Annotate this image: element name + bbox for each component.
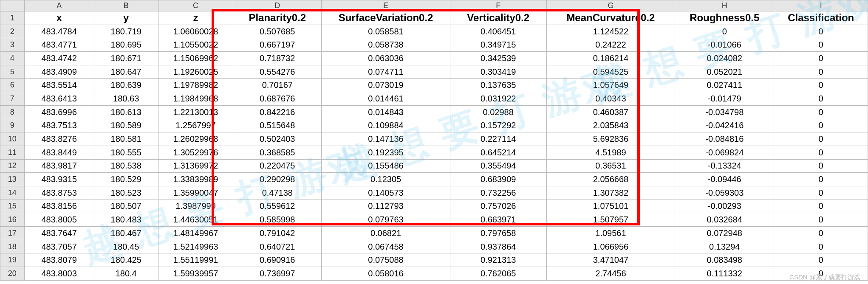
cell[interactable]: 0.736997 — [233, 267, 322, 281]
cell[interactable]: 1.19849968 — [158, 92, 233, 106]
cell[interactable]: 483.4771 — [24, 38, 94, 52]
cell[interactable]: 0.083498 — [675, 253, 774, 267]
row-header[interactable]: 4 — [0, 52, 25, 65]
cell[interactable]: 0.058581 — [322, 25, 450, 38]
cell[interactable]: 0 — [774, 132, 868, 146]
cell[interactable]: 483.4784 — [24, 25, 94, 38]
cell[interactable]: 483.9817 — [24, 159, 94, 173]
cell[interactable]: 0.515648 — [233, 119, 322, 132]
cell[interactable]: 180.4 — [94, 267, 158, 281]
cell[interactable]: 0.027411 — [675, 79, 774, 92]
cell[interactable]: 0 — [774, 146, 868, 159]
cell[interactable]: 1.507957 — [546, 213, 675, 227]
cell[interactable]: 1.06060028 — [158, 25, 233, 38]
cell[interactable]: 0.667197 — [233, 38, 322, 52]
row-header[interactable]: 3 — [0, 38, 25, 52]
col-header-E[interactable]: E — [322, 0, 450, 11]
cell[interactable]: 1.44630051 — [158, 213, 233, 227]
col-header-C[interactable]: C — [158, 0, 233, 11]
cell[interactable]: 0.757026 — [450, 200, 546, 213]
cell[interactable]: 3.471047 — [546, 253, 675, 267]
cell[interactable]: 483.8156 — [24, 200, 94, 213]
cell[interactable]: 1.55119991 — [158, 253, 233, 267]
cell[interactable]: 1.057649 — [546, 79, 675, 92]
cell[interactable]: 0.073019 — [322, 79, 450, 92]
cell[interactable]: 0.290298 — [233, 173, 322, 186]
cell[interactable]: Classification — [774, 11, 868, 25]
cell[interactable]: 0 — [774, 173, 868, 186]
cell[interactable]: 0.645214 — [450, 146, 546, 159]
cell[interactable]: 0.687676 — [233, 92, 322, 106]
cell[interactable]: 0.349715 — [450, 38, 546, 52]
cell[interactable]: 180.538 — [94, 159, 158, 173]
cell[interactable]: 483.7513 — [24, 119, 94, 132]
row-header[interactable]: 8 — [0, 105, 25, 119]
cell[interactable]: 0.507685 — [233, 25, 322, 38]
cell[interactable]: 483.6413 — [24, 92, 94, 106]
cell[interactable]: 0.70167 — [233, 79, 322, 92]
cell[interactable]: 180.647 — [94, 65, 158, 79]
cell[interactable]: 0.157292 — [450, 119, 546, 132]
cell[interactable]: 0.559612 — [233, 200, 322, 213]
row-header[interactable]: 7 — [0, 92, 25, 106]
cell[interactable]: 0.718732 — [233, 52, 322, 65]
cell[interactable]: 0.186214 — [546, 52, 675, 65]
cell[interactable]: 483.8003 — [24, 267, 94, 281]
cell[interactable]: 180.523 — [94, 186, 158, 200]
cell[interactable]: 0.40343 — [546, 92, 675, 106]
cell[interactable]: 0.220475 — [233, 159, 322, 173]
cell[interactable]: -0.01479 — [675, 92, 774, 106]
cell[interactable]: 483.9315 — [24, 173, 94, 186]
cell[interactable]: 5.692836 — [546, 132, 675, 146]
cell[interactable]: 1.35990047 — [158, 186, 233, 200]
cell[interactable]: 180.63 — [94, 92, 158, 106]
cell[interactable]: 0 — [774, 105, 868, 119]
cell[interactable]: 0.06821 — [322, 227, 450, 240]
row-header[interactable]: 17 — [0, 227, 25, 240]
cell[interactable]: 0.192395 — [322, 146, 450, 159]
cell[interactable]: 0 — [774, 159, 868, 173]
cell[interactable]: 0.058016 — [322, 267, 450, 281]
cell[interactable]: 1.52149963 — [158, 240, 233, 253]
cell[interactable]: 0 — [774, 227, 868, 240]
cell[interactable]: -0.084816 — [675, 132, 774, 146]
cell[interactable]: 0.140573 — [322, 186, 450, 200]
cell[interactable]: 180.671 — [94, 52, 158, 65]
cell[interactable]: 0 — [774, 200, 868, 213]
col-header-A[interactable]: A — [24, 0, 94, 11]
row-header[interactable]: 15 — [0, 200, 25, 213]
cell[interactable]: 483.7647 — [24, 227, 94, 240]
cell[interactable]: 1.10550022 — [158, 38, 233, 52]
cell[interactable]: 0.585998 — [233, 213, 322, 227]
select-all-corner[interactable] — [0, 0, 25, 11]
cell[interactable]: 0.12305 — [322, 173, 450, 186]
row-header[interactable]: 13 — [0, 173, 25, 186]
cell[interactable]: 180.529 — [94, 173, 158, 186]
cell[interactable]: 2.056668 — [546, 173, 675, 186]
cell[interactable]: -0.034798 — [675, 105, 774, 119]
cell[interactable]: 2.035843 — [546, 119, 675, 132]
cell[interactable]: Planarity0.2 — [233, 11, 322, 25]
cell[interactable]: x — [24, 11, 94, 25]
cell[interactable]: 0.147136 — [322, 132, 450, 146]
cell[interactable]: 0.067458 — [322, 240, 450, 253]
cell[interactable]: 0.47138 — [233, 186, 322, 200]
cell[interactable]: 2.74456 — [546, 267, 675, 281]
cell[interactable]: 0.109884 — [322, 119, 450, 132]
cell[interactable]: 483.7057 — [24, 240, 94, 253]
row-header[interactable]: 19 — [0, 253, 25, 267]
cell[interactable]: 483.6996 — [24, 105, 94, 119]
row-header[interactable]: 20 — [0, 267, 25, 281]
col-header-D[interactable]: D — [233, 0, 322, 11]
cell[interactable]: z — [158, 11, 233, 25]
cell[interactable]: -0.00293 — [675, 200, 774, 213]
cell[interactable]: 0.014461 — [322, 92, 450, 106]
cell[interactable]: 0.732256 — [450, 186, 546, 200]
cell[interactable]: 0 — [774, 92, 868, 106]
cell[interactable]: 0 — [774, 186, 868, 200]
cell[interactable]: 1.19789982 — [158, 79, 233, 92]
cell[interactable]: 0.594525 — [546, 65, 675, 79]
cell[interactable]: 1.30529976 — [158, 146, 233, 159]
cell[interactable]: 180.45 — [94, 240, 158, 253]
cell[interactable]: 0.058738 — [322, 38, 450, 52]
